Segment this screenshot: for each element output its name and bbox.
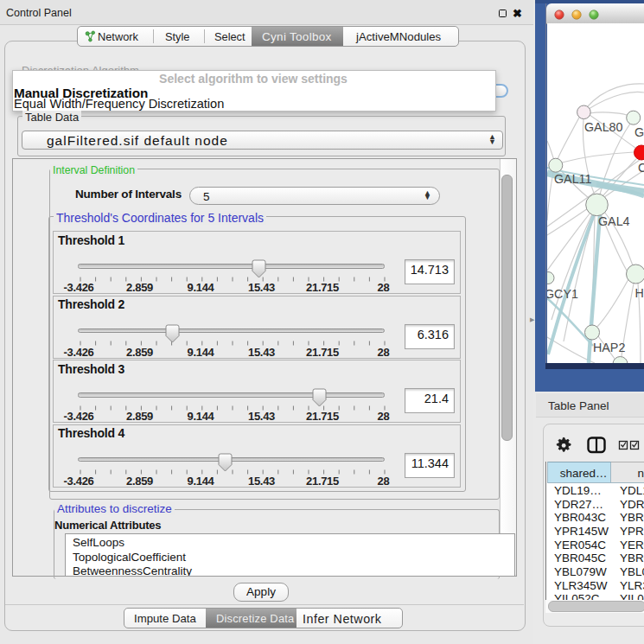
svg-text:GAL80: GAL80 [584,120,623,134]
svg-text:GCY1: GCY1 [547,287,578,301]
svg-text:G.: G. [634,125,644,139]
svg-text:GAL11: GAL11 [554,172,591,186]
svg-text:H: H [635,286,644,300]
svg-text:HAP2: HAP2 [593,341,625,354]
svg-text:GAL4: GAL4 [598,214,630,228]
svg-text:C: C [638,161,644,175]
